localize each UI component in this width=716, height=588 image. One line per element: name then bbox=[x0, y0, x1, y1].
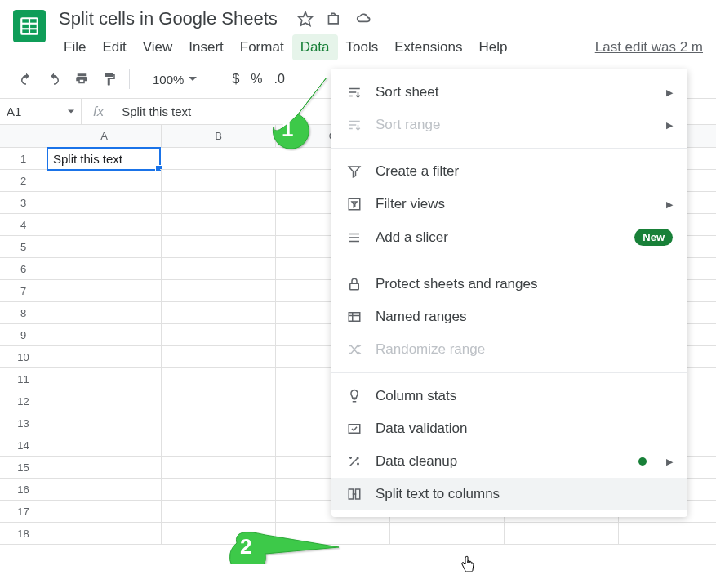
undo-button[interactable] bbox=[13, 67, 39, 91]
row-header[interactable]: 16 bbox=[0, 479, 47, 501]
move-icon[interactable] bbox=[327, 11, 343, 27]
row-header[interactable]: 18 bbox=[0, 523, 47, 545]
cell[interactable] bbox=[47, 280, 162, 302]
row-header[interactable]: 12 bbox=[0, 390, 47, 412]
print-button[interactable] bbox=[69, 67, 95, 91]
row-header[interactable]: 2 bbox=[0, 170, 47, 192]
row-header[interactable]: 7 bbox=[0, 280, 47, 302]
name-box[interactable]: A1 bbox=[0, 99, 82, 124]
row-header[interactable]: 1 bbox=[0, 148, 47, 170]
row-header[interactable]: 11 bbox=[0, 368, 47, 390]
cell[interactable] bbox=[47, 346, 162, 368]
separator bbox=[129, 69, 130, 89]
cell[interactable] bbox=[47, 236, 162, 258]
cell-A1[interactable]: Split this text bbox=[47, 147, 161, 171]
last-edit-link[interactable]: Last edit was 2 m bbox=[595, 39, 703, 56]
row-header[interactable]: 3 bbox=[0, 192, 47, 214]
row-header[interactable]: 14 bbox=[0, 434, 47, 457]
menu-format[interactable]: Format bbox=[232, 34, 292, 60]
menu-file[interactable]: File bbox=[56, 34, 94, 60]
row-header[interactable]: 4 bbox=[0, 214, 47, 236]
menu-edit[interactable]: Edit bbox=[94, 34, 134, 60]
sheets-logo[interactable] bbox=[13, 10, 46, 42]
menu-separator bbox=[331, 148, 687, 149]
col-header[interactable]: B bbox=[162, 125, 276, 148]
cell[interactable] bbox=[47, 170, 162, 192]
row-header[interactable]: 13 bbox=[0, 412, 47, 434]
menu-named-ranges[interactable]: Named ranges bbox=[331, 301, 687, 333]
menu-insert[interactable]: Insert bbox=[180, 34, 232, 60]
cell[interactable] bbox=[162, 434, 276, 457]
paint-format-button[interactable] bbox=[96, 67, 122, 91]
cell[interactable] bbox=[162, 302, 276, 324]
menu-item-label: Data validation bbox=[376, 421, 467, 437]
cell[interactable] bbox=[47, 501, 162, 523]
row-header[interactable]: 10 bbox=[0, 346, 47, 368]
cell[interactable] bbox=[162, 236, 276, 258]
cell[interactable] bbox=[162, 214, 276, 236]
doc-title[interactable]: Split cells in Google Sheets bbox=[56, 7, 281, 31]
cell[interactable] bbox=[162, 479, 276, 501]
cell[interactable] bbox=[162, 368, 276, 390]
cell[interactable] bbox=[162, 390, 276, 412]
row-header[interactable]: 9 bbox=[0, 324, 47, 346]
cell[interactable] bbox=[162, 192, 276, 214]
menu-column-stats[interactable]: Column stats bbox=[331, 380, 687, 412]
cell[interactable] bbox=[47, 412, 162, 434]
cloud-icon[interactable] bbox=[356, 11, 372, 27]
row-header[interactable]: 5 bbox=[0, 236, 47, 258]
menu-create-filter[interactable]: Create a filter bbox=[331, 155, 687, 188]
select-all-corner[interactable] bbox=[0, 125, 47, 148]
annotation-callout-1: 1 bbox=[261, 78, 343, 154]
menu-separator bbox=[331, 372, 687, 373]
svg-text:2: 2 bbox=[240, 534, 251, 559]
cell[interactable] bbox=[47, 390, 162, 412]
cell[interactable] bbox=[47, 368, 162, 390]
menu-view[interactable]: View bbox=[135, 34, 181, 60]
row-header[interactable]: 8 bbox=[0, 302, 47, 324]
cell[interactable] bbox=[47, 192, 162, 214]
menu-help[interactable]: Help bbox=[470, 34, 515, 60]
menu-item-label: Protect sheets and ranges bbox=[376, 276, 537, 292]
cell[interactable] bbox=[47, 434, 162, 457]
menu-data-validation[interactable]: Data validation bbox=[331, 412, 687, 445]
menu-item-label: Add a slicer bbox=[376, 229, 448, 246]
cell[interactable] bbox=[162, 457, 276, 479]
cell[interactable] bbox=[390, 523, 505, 545]
row-header[interactable]: 15 bbox=[0, 457, 47, 479]
menu-tools[interactable]: Tools bbox=[338, 34, 387, 60]
cell[interactable] bbox=[162, 258, 276, 280]
cell[interactable] bbox=[47, 324, 162, 346]
cursor-pointer-icon bbox=[460, 555, 474, 577]
cell[interactable] bbox=[47, 457, 162, 479]
menu-filter-views[interactable]: Filter views ▶ bbox=[331, 188, 687, 220]
cell[interactable] bbox=[162, 346, 276, 368]
menu-protect-sheets[interactable]: Protect sheets and ranges bbox=[331, 268, 687, 301]
cell[interactable] bbox=[47, 523, 162, 545]
menu-extensions[interactable]: Extensions bbox=[386, 34, 470, 60]
cell[interactable] bbox=[47, 479, 162, 501]
star-icon[interactable] bbox=[297, 11, 314, 27]
currency-format[interactable]: $ bbox=[227, 72, 244, 87]
cell[interactable] bbox=[47, 302, 162, 324]
menu-data-cleanup[interactable]: Data cleanup ▶ bbox=[331, 445, 687, 478]
cell[interactable] bbox=[162, 280, 276, 302]
menu-split-text-to-columns[interactable]: Split text to columns bbox=[331, 478, 687, 510]
cell[interactable] bbox=[160, 148, 274, 170]
cell[interactable] bbox=[505, 523, 619, 545]
cell[interactable] bbox=[162, 324, 276, 346]
redo-button[interactable] bbox=[41, 67, 67, 91]
cell[interactable] bbox=[162, 170, 276, 192]
row-header[interactable]: 6 bbox=[0, 258, 47, 280]
zoom-select[interactable]: 100% bbox=[145, 69, 205, 90]
cell[interactable] bbox=[47, 214, 162, 236]
menu-sort-sheet[interactable]: Sort sheet ▶ bbox=[331, 76, 687, 109]
row-header[interactable]: 17 bbox=[0, 501, 47, 523]
cell[interactable] bbox=[47, 258, 162, 280]
menu-data[interactable]: Data bbox=[292, 34, 338, 60]
cell[interactable] bbox=[619, 523, 716, 545]
menu-add-slicer[interactable]: Add a slicer New bbox=[331, 220, 687, 254]
cell[interactable] bbox=[162, 412, 276, 434]
col-header[interactable]: A bbox=[47, 125, 162, 148]
svg-marker-4 bbox=[298, 12, 312, 26]
